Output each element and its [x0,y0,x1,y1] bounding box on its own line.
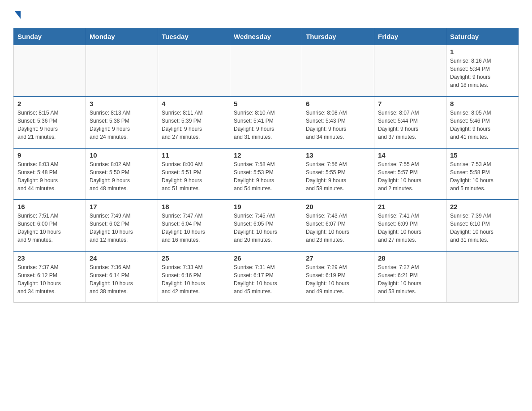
calendar-day-cell: 18Sunrise: 7:47 AM Sunset: 6:04 PM Dayli… [158,200,230,251]
calendar-week-row: 2Sunrise: 8:15 AM Sunset: 5:36 PM Daylig… [14,97,519,148]
day-number: 6 [306,100,370,107]
calendar-day-cell: 26Sunrise: 7:31 AM Sunset: 6:17 PM Dayli… [230,251,302,303]
day-info: Sunrise: 7:41 AM Sunset: 6:09 PM Dayligh… [378,212,442,244]
day-number: 5 [234,100,298,107]
calendar-day-cell: 19Sunrise: 7:45 AM Sunset: 6:05 PM Dayli… [230,200,302,251]
day-info: Sunrise: 8:02 AM Sunset: 5:50 PM Dayligh… [90,160,154,193]
day-info: Sunrise: 7:37 AM Sunset: 6:12 PM Dayligh… [17,263,82,295]
day-number: 27 [306,254,370,262]
day-number: 1 [450,48,515,56]
day-info: Sunrise: 7:39 AM Sunset: 6:10 PM Dayligh… [450,212,515,244]
calendar-table: SundayMondayTuesdayWednesdayThursdayFrid… [13,28,519,303]
day-number: 26 [234,254,298,262]
day-number: 2 [17,100,82,107]
day-number: 21 [378,203,442,210]
day-number: 8 [450,100,515,107]
calendar-day-cell: 12Sunrise: 7:58 AM Sunset: 5:53 PM Dayli… [230,148,302,200]
calendar-day-cell: 9Sunrise: 8:03 AM Sunset: 5:48 PM Daylig… [14,148,86,200]
logo-arrow-icon [14,11,21,19]
calendar-day-cell [230,45,302,97]
weekday-header-thursday: Thursday [302,28,374,45]
day-number: 15 [450,151,515,159]
calendar-week-row: 9Sunrise: 8:03 AM Sunset: 5:48 PM Daylig… [14,148,519,200]
day-number: 24 [90,254,154,262]
day-info: Sunrise: 7:33 AM Sunset: 6:16 PM Dayligh… [162,263,226,295]
day-number: 9 [17,151,82,159]
day-number: 22 [450,203,515,210]
day-info: Sunrise: 8:10 AM Sunset: 5:41 PM Dayligh… [234,109,298,141]
page-header [13,9,519,19]
day-number: 4 [162,100,226,107]
day-info: Sunrise: 8:05 AM Sunset: 5:46 PM Dayligh… [450,109,515,141]
weekday-header-tuesday: Tuesday [158,28,230,45]
day-info: Sunrise: 8:08 AM Sunset: 5:43 PM Dayligh… [306,109,370,141]
day-info: Sunrise: 8:15 AM Sunset: 5:36 PM Dayligh… [17,109,82,141]
day-number: 18 [162,203,226,210]
calendar-day-cell: 20Sunrise: 7:43 AM Sunset: 6:07 PM Dayli… [302,200,374,251]
calendar-day-cell: 8Sunrise: 8:05 AM Sunset: 5:46 PM Daylig… [446,97,519,148]
day-number: 7 [378,100,442,107]
day-info: Sunrise: 7:43 AM Sunset: 6:07 PM Dayligh… [306,212,370,244]
calendar-day-cell: 5Sunrise: 8:10 AM Sunset: 5:41 PM Daylig… [230,97,302,148]
calendar-day-cell: 6Sunrise: 8:08 AM Sunset: 5:43 PM Daylig… [302,97,374,148]
calendar-day-cell: 7Sunrise: 8:07 AM Sunset: 5:44 PM Daylig… [374,97,446,148]
calendar-day-cell: 21Sunrise: 7:41 AM Sunset: 6:09 PM Dayli… [374,200,446,251]
day-info: Sunrise: 7:31 AM Sunset: 6:17 PM Dayligh… [234,263,298,295]
weekday-header-friday: Friday [374,28,446,45]
day-info: Sunrise: 8:16 AM Sunset: 5:34 PM Dayligh… [450,57,515,89]
calendar-day-cell: 1Sunrise: 8:16 AM Sunset: 5:34 PM Daylig… [446,45,519,97]
calendar-day-cell: 25Sunrise: 7:33 AM Sunset: 6:16 PM Dayli… [158,251,230,303]
calendar-day-cell [86,45,158,97]
calendar-day-cell: 17Sunrise: 7:49 AM Sunset: 6:02 PM Dayli… [86,200,158,251]
day-number: 14 [378,151,442,159]
day-info: Sunrise: 7:51 AM Sunset: 6:00 PM Dayligh… [17,212,82,244]
calendar-day-cell: 11Sunrise: 8:00 AM Sunset: 5:51 PM Dayli… [158,148,230,200]
calendar-day-cell: 27Sunrise: 7:29 AM Sunset: 6:19 PM Dayli… [302,251,374,303]
day-info: Sunrise: 7:36 AM Sunset: 6:14 PM Dayligh… [90,263,154,295]
calendar-day-cell: 15Sunrise: 7:53 AM Sunset: 5:58 PM Dayli… [446,148,519,200]
weekday-header-wednesday: Wednesday [230,28,302,45]
day-info: Sunrise: 7:56 AM Sunset: 5:55 PM Dayligh… [306,160,370,193]
day-number: 25 [162,254,226,262]
day-number: 17 [90,203,154,210]
calendar-day-cell [446,251,519,303]
day-number: 28 [378,254,442,262]
calendar-day-cell: 14Sunrise: 7:55 AM Sunset: 5:57 PM Dayli… [374,148,446,200]
day-info: Sunrise: 7:58 AM Sunset: 5:53 PM Dayligh… [234,160,298,193]
day-number: 12 [234,151,298,159]
calendar-day-cell: 3Sunrise: 8:13 AM Sunset: 5:38 PM Daylig… [86,97,158,148]
day-info: Sunrise: 7:29 AM Sunset: 6:19 PM Dayligh… [306,263,370,295]
calendar-day-cell: 24Sunrise: 7:36 AM Sunset: 6:14 PM Dayli… [86,251,158,303]
calendar-day-cell: 16Sunrise: 7:51 AM Sunset: 6:00 PM Dayli… [14,200,86,251]
day-info: Sunrise: 7:45 AM Sunset: 6:05 PM Dayligh… [234,212,298,244]
calendar-week-row: 16Sunrise: 7:51 AM Sunset: 6:00 PM Dayli… [14,200,519,251]
day-info: Sunrise: 7:55 AM Sunset: 5:57 PM Dayligh… [378,160,442,193]
calendar-day-cell [374,45,446,97]
calendar-day-cell [14,45,86,97]
calendar-day-cell: 23Sunrise: 7:37 AM Sunset: 6:12 PM Dayli… [14,251,86,303]
day-info: Sunrise: 7:27 AM Sunset: 6:21 PM Dayligh… [378,263,442,295]
calendar-day-cell [302,45,374,97]
calendar-day-cell: 28Sunrise: 7:27 AM Sunset: 6:21 PM Dayli… [374,251,446,303]
day-info: Sunrise: 8:13 AM Sunset: 5:38 PM Dayligh… [90,109,154,141]
day-info: Sunrise: 7:47 AM Sunset: 6:04 PM Dayligh… [162,212,226,244]
day-number: 23 [17,254,82,262]
day-info: Sunrise: 8:00 AM Sunset: 5:51 PM Dayligh… [162,160,226,193]
calendar-week-row: 1Sunrise: 8:16 AM Sunset: 5:34 PM Daylig… [14,45,519,97]
calendar-day-cell: 4Sunrise: 8:11 AM Sunset: 5:39 PM Daylig… [158,97,230,148]
day-info: Sunrise: 8:07 AM Sunset: 5:44 PM Dayligh… [378,109,442,141]
calendar-day-cell: 10Sunrise: 8:02 AM Sunset: 5:50 PM Dayli… [86,148,158,200]
weekday-header-monday: Monday [86,28,158,45]
logo [13,9,21,19]
day-number: 20 [306,203,370,210]
day-number: 10 [90,151,154,159]
calendar-day-cell: 22Sunrise: 7:39 AM Sunset: 6:10 PM Dayli… [446,200,519,251]
calendar-day-cell [158,45,230,97]
day-number: 13 [306,151,370,159]
day-info: Sunrise: 7:49 AM Sunset: 6:02 PM Dayligh… [90,212,154,244]
weekday-header-sunday: Sunday [14,28,86,45]
day-info: Sunrise: 7:53 AM Sunset: 5:58 PM Dayligh… [450,160,515,193]
calendar-day-cell: 2Sunrise: 8:15 AM Sunset: 5:36 PM Daylig… [14,97,86,148]
day-info: Sunrise: 8:03 AM Sunset: 5:48 PM Dayligh… [17,160,82,193]
day-number: 16 [17,203,82,210]
